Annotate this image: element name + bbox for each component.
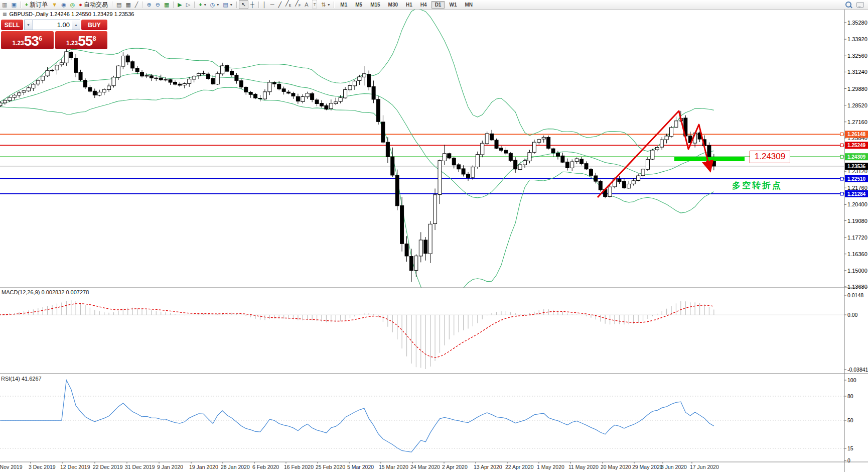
channel-tool[interactable]: ╱E bbox=[283, 1, 293, 9]
bar-chart-icon[interactable]: ▤ bbox=[114, 1, 123, 9]
tf-w1[interactable]: W1 bbox=[446, 1, 460, 9]
svg-text:1 May 2020: 1 May 2020 bbox=[537, 464, 564, 470]
mt4-window: 1.352801.339201.325601.312401.298801.285… bbox=[0, 0, 868, 472]
tf-m5[interactable]: M5 bbox=[352, 1, 366, 9]
horizontal-line-tool[interactable]: ─ bbox=[268, 1, 276, 9]
turning-point-text[interactable]: 多空转折点 bbox=[732, 180, 782, 191]
profile-icon[interactable]: ◉ bbox=[59, 1, 68, 9]
svg-text:0.00: 0.00 bbox=[847, 312, 858, 318]
trendline-tool[interactable]: ╱ bbox=[276, 1, 283, 9]
svg-text:24 Mar 2020: 24 Mar 2020 bbox=[410, 464, 440, 470]
text-label-tool[interactable]: T bbox=[311, 1, 320, 9]
svg-text:1.25249: 1.25249 bbox=[847, 143, 866, 148]
svg-text:29 May 2020: 29 May 2020 bbox=[632, 464, 663, 470]
chart-canvas[interactable]: 1.352801.339201.325601.312401.298801.285… bbox=[0, 0, 868, 472]
template-icon: ▤ bbox=[223, 1, 228, 9]
price-axis: 1.352801.339201.325601.312401.298801.285… bbox=[840, 9, 868, 472]
svg-text:6 Feb 2020: 6 Feb 2020 bbox=[252, 464, 279, 470]
text-tool[interactable]: A bbox=[303, 1, 310, 9]
separator bbox=[236, 2, 237, 8]
svg-text:50: 50 bbox=[847, 417, 853, 423]
tf-m1[interactable]: M1 bbox=[337, 1, 351, 9]
svg-text:2 Apr 2020: 2 Apr 2020 bbox=[442, 464, 468, 470]
svg-text:31 Dec 2019: 31 Dec 2019 bbox=[125, 464, 155, 470]
market-watch-icon[interactable]: ▣ bbox=[9, 1, 18, 9]
tf-h4[interactable]: H4 bbox=[417, 1, 430, 9]
auto-trading-icon: ● bbox=[79, 1, 82, 9]
svg-text:80: 80 bbox=[847, 393, 853, 399]
sell-price-panel[interactable]: 1.23536 bbox=[1, 31, 54, 49]
period-button[interactable]: ◷▾ bbox=[208, 1, 221, 9]
tile-windows-icon[interactable]: ▦ bbox=[162, 1, 171, 9]
chat-icon[interactable] bbox=[856, 2, 864, 8]
rsi-line bbox=[0, 380, 713, 452]
separator bbox=[194, 2, 195, 8]
separator bbox=[21, 2, 21, 8]
line-end-marker[interactable] bbox=[840, 155, 843, 158]
svg-text:1.26148: 1.26148 bbox=[847, 132, 866, 137]
sell-button[interactable]: SELL bbox=[1, 20, 23, 30]
line-chart-icon[interactable]: ╱ bbox=[133, 1, 140, 9]
sell-price-main: 53 bbox=[24, 34, 39, 48]
buy-price-panel[interactable]: 1.23558 bbox=[55, 31, 108, 49]
signal-icon[interactable]: ◎ bbox=[68, 1, 77, 9]
fibonacci-tool[interactable]: ╱F bbox=[293, 1, 303, 9]
volume-decrease-button[interactable]: ▼ bbox=[25, 20, 33, 30]
macd-histogram bbox=[0, 300, 714, 369]
line-end-marker[interactable] bbox=[840, 192, 843, 195]
bollinger-bands bbox=[0, 9, 714, 309]
svg-text:1.31240: 1.31240 bbox=[847, 69, 867, 75]
separator bbox=[173, 2, 174, 8]
tf-m30[interactable]: M30 bbox=[385, 1, 401, 9]
svg-text:17 Jun 2020: 17 Jun 2020 bbox=[690, 464, 719, 470]
tf-m15[interactable]: M15 bbox=[367, 1, 383, 9]
svg-text:1.16360: 1.16360 bbox=[847, 251, 867, 257]
funnel-icon[interactable]: ▼ bbox=[50, 1, 59, 9]
line-end-marker[interactable] bbox=[840, 133, 843, 136]
svg-text:13 Apr 2020: 13 Apr 2020 bbox=[474, 464, 502, 470]
clock-icon: ◷ bbox=[210, 1, 215, 9]
svg-text:9 Jan 2020: 9 Jan 2020 bbox=[157, 464, 183, 470]
svg-text:1.33920: 1.33920 bbox=[847, 36, 867, 42]
volume-stepper: ▼ 1.00 ▲ bbox=[24, 20, 80, 30]
date-axis: 25 Nov 20193 Dec 201912 Dec 201922 Dec 2… bbox=[0, 462, 719, 470]
toolbar: ▥ ▣ + 新订单 ▼ ◉ ◎ ● 自动交易 ▤ ▦ ╱ ⊕ ⊖ ▦ ▶ ▷ +… bbox=[0, 0, 868, 10]
support-price-label[interactable]: 1.24309 bbox=[750, 151, 790, 163]
line-end-marker[interactable] bbox=[840, 144, 843, 147]
svg-text:16 Feb 2020: 16 Feb 2020 bbox=[284, 464, 314, 470]
vertical-line-tool[interactable]: │ bbox=[261, 1, 268, 9]
svg-text:0.0148: 0.0148 bbox=[847, 292, 863, 298]
svg-text:1.22510: 1.22510 bbox=[847, 176, 866, 182]
search-icon[interactable] bbox=[845, 2, 851, 8]
line-end-marker[interactable] bbox=[840, 177, 843, 180]
svg-text:20 May 2020: 20 May 2020 bbox=[601, 464, 631, 470]
svg-text:8 Jun 2020: 8 Jun 2020 bbox=[661, 464, 687, 470]
auto-trading-button[interactable]: ● 自动交易 bbox=[77, 1, 110, 9]
candlestick-chart-icon[interactable]: ▦ bbox=[123, 1, 132, 9]
indicators-button[interactable]: +▾ bbox=[197, 1, 208, 9]
volume-increase-button[interactable]: ▲ bbox=[72, 20, 80, 30]
volume-input[interactable]: 1.00 bbox=[33, 20, 72, 30]
chart-window-icon[interactable]: ▥ bbox=[0, 1, 9, 9]
chart-shift-icon[interactable]: ▷ bbox=[184, 1, 192, 9]
new-order-button[interactable]: + 新订单 bbox=[23, 1, 50, 9]
svg-text:1.15000: 1.15000 bbox=[847, 268, 867, 274]
macd-label: MACD(12,26,9) 0.002832 0.007278 bbox=[2, 289, 89, 295]
tf-h1[interactable]: H1 bbox=[402, 1, 416, 9]
cursor-tool[interactable]: ↖ bbox=[239, 0, 248, 9]
chart-title: ▦ GBPUSD-,Daily 1.24246 1.24550 1.23429 … bbox=[3, 11, 134, 17]
buy-button[interactable]: BUY bbox=[81, 20, 107, 30]
indicators-icon: + bbox=[199, 1, 202, 9]
horizontal-price-lines bbox=[0, 134, 844, 193]
svg-text:-0.038415: -0.038415 bbox=[847, 367, 868, 373]
svg-text:1.17720: 1.17720 bbox=[847, 234, 867, 241]
zoom-out-icon[interactable]: ⊖ bbox=[154, 1, 162, 9]
auto-scroll-icon[interactable]: ▶ bbox=[176, 1, 184, 9]
tf-mn[interactable]: MN bbox=[461, 1, 476, 9]
zoom-in-icon[interactable]: ⊕ bbox=[144, 1, 153, 9]
crosshair-tool[interactable]: ┼ bbox=[248, 1, 256, 9]
template-button[interactable]: ▤▾ bbox=[221, 1, 234, 9]
support-zone-bar[interactable] bbox=[674, 157, 745, 161]
arrows-tool[interactable]: ⇅▾ bbox=[319, 1, 332, 9]
tf-d1[interactable]: D1 bbox=[431, 1, 445, 9]
